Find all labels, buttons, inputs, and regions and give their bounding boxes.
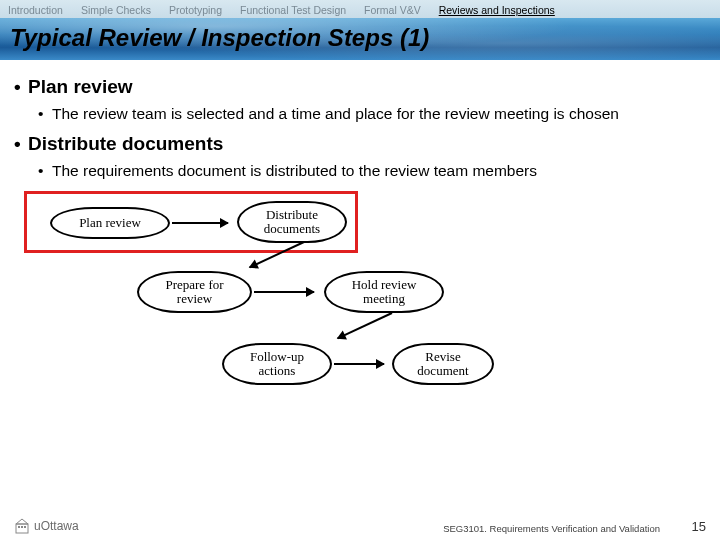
bullet-distribute-documents: Distribute documents [28,133,700,155]
org-name: uOttawa [34,519,79,533]
arrow-5 [334,363,384,365]
nav-simple-checks[interactable]: Simple Checks [81,4,151,16]
building-icon [14,518,30,534]
node-revise-document: Revise document [392,343,494,385]
process-diagram: Plan review Distribute documents Prepare… [22,191,700,401]
top-nav: Introduction Simple Checks Prototyping F… [0,0,720,18]
content-area: Plan review The review team is selected … [0,60,720,401]
page-number: 15 [692,519,706,534]
svg-marker-4 [16,519,28,524]
node-follow-up-actions: Follow-up actions [222,343,332,385]
svg-rect-2 [21,526,23,528]
node-distribute-documents: Distribute documents [237,201,347,243]
node-plan-review: Plan review [50,207,170,239]
nav-functional-test-design[interactable]: Functional Test Design [240,4,346,16]
footer: uOttawa SEG3101. Requirements Verificati… [0,518,720,534]
title-bar: Typical Review / Inspection Steps (1) [0,18,720,60]
nav-introduction[interactable]: Introduction [8,4,63,16]
node-prepare-review: Prepare for review [137,271,252,313]
svg-rect-1 [18,526,20,528]
slide-title: Typical Review / Inspection Steps (1) [10,24,710,52]
arrow-3 [254,291,314,293]
nav-formal-vv[interactable]: Formal V&V [364,4,421,16]
arrow-1 [172,222,228,224]
bullet-plan-review: Plan review [28,76,700,98]
uottawa-logo: uOttawa [14,518,79,534]
svg-rect-0 [16,524,28,533]
svg-rect-3 [24,526,26,528]
arrow-4 [337,312,392,339]
bullet-distribute-documents-sub: The requirements document is distributed… [52,161,700,180]
footer-course: SEG3101. Requirements Verification and V… [443,523,660,534]
nav-reviews-inspections[interactable]: Reviews and Inspections [439,4,555,16]
bullet-plan-review-sub: The review team is selected and a time a… [52,104,700,123]
node-hold-review-meeting: Hold review meeting [324,271,444,313]
nav-prototyping[interactable]: Prototyping [169,4,222,16]
